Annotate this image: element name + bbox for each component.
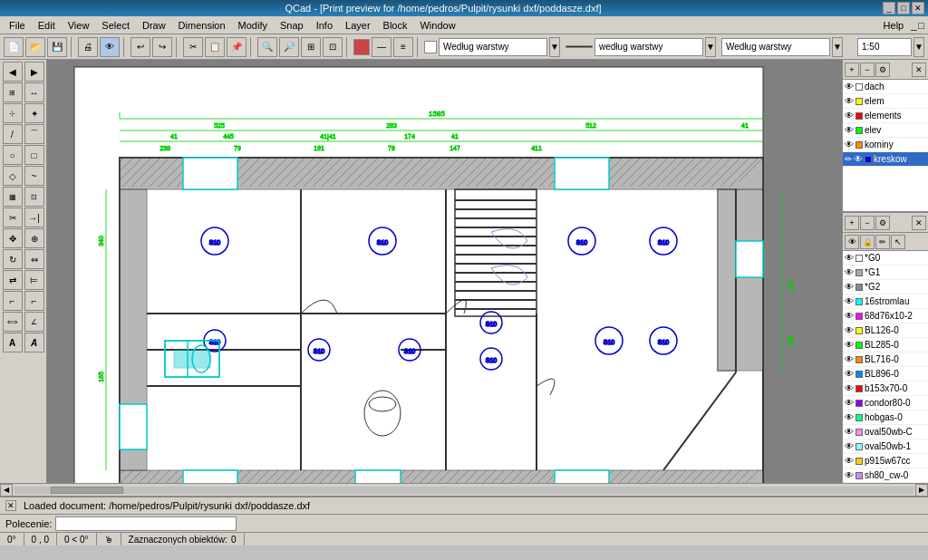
layer-item-sh80[interactable]: 👁 sh80_cw-0 [843, 468, 928, 483]
hatch-button[interactable]: ▦ [3, 187, 23, 207]
layer-item-dach[interactable]: 👁 dach [843, 80, 928, 94]
line-type-button[interactable]: — [372, 37, 392, 57]
mirror-button[interactable]: ⇄ [3, 270, 23, 290]
trim-button[interactable]: ✂ [3, 208, 23, 227]
scroll-track[interactable] [14, 487, 914, 494]
layer-item-condor[interactable]: 👁 condor80-0 [843, 396, 928, 410]
maximize-button[interactable]: □ [897, 2, 910, 14]
layer-pen-button[interactable]: ✏ [875, 235, 890, 249]
close-button[interactable]: ✕ [912, 2, 924, 14]
chamfer-button[interactable]: ⌐ [24, 291, 44, 311]
zoom-out-button[interactable]: 🔎 [279, 37, 299, 57]
menu-window[interactable]: Window [414, 18, 460, 33]
canvas-area[interactable]: 1585 525 283 512 41 41 445 41|41 174 41 … [47, 60, 842, 483]
layer-item-elements[interactable]: 👁 elements [843, 109, 928, 123]
layer-item-bl896[interactable]: 👁 BL896-0 [843, 367, 928, 381]
line-width-button[interactable]: ≡ [393, 37, 413, 57]
scroll-left-button[interactable]: ◀ [0, 484, 13, 497]
scroll-thumb[interactable] [51, 487, 123, 494]
zoom-in-button[interactable]: 🔍 [257, 37, 277, 57]
layer-item-g0[interactable]: 👁 *G0 [843, 251, 928, 266]
paste-button[interactable]: 📌 [227, 37, 246, 57]
layer-cursor-button[interactable]: ↖ [891, 235, 905, 249]
menu-help[interactable]: Help [878, 18, 910, 33]
zoom-fit-button[interactable]: ⊞ [301, 37, 321, 57]
help-min-button[interactable]: _ [911, 20, 916, 31]
menu-view[interactable]: View [63, 18, 95, 33]
copy-button[interactable]: 📋 [205, 37, 225, 57]
menu-file[interactable]: File [4, 18, 31, 33]
menu-dimension[interactable]: Dimension [173, 18, 231, 33]
text-button[interactable]: A [3, 333, 23, 352]
layer-item-kominy[interactable]: 👁 kominy [843, 138, 928, 152]
snap-grid-button[interactable]: ⊹ [3, 103, 23, 123]
menu-edit[interactable]: Edit [33, 18, 61, 33]
print-button[interactable]: 🖨 [78, 37, 98, 57]
draw-line-button[interactable]: / [3, 124, 23, 144]
dropdown-arrow2[interactable]: ▼ [705, 37, 716, 57]
save-button[interactable]: 💾 [47, 37, 67, 57]
layer-remove-button-b[interactable]: − [860, 216, 875, 230]
layer-item-b153[interactable]: 👁 b153x70-0 [843, 381, 928, 396]
layer-item-16strom[interactable]: 👁 16stromlau [843, 294, 928, 309]
draw-rect-button[interactable]: □ [24, 145, 44, 165]
layer-linetype-dropdown[interactable]: według warstwy [594, 38, 703, 56]
undo-button[interactable]: ↩ [130, 37, 150, 57]
layer-list-bottom[interactable]: 👁 *G0 👁 *G1 👁 *G2 👁 16stroml [843, 251, 928, 483]
offset-button[interactable]: ⊨ [24, 270, 44, 290]
zoom-select-button[interactable]: ⊡ [323, 37, 343, 57]
layer-item-g2[interactable]: 👁 *G2 [843, 280, 928, 294]
dropdown-arrow3[interactable]: ▼ [832, 37, 843, 57]
block-button[interactable]: ⊡ [24, 187, 44, 207]
draw-spline-button[interactable]: ~ [24, 166, 44, 186]
scale-dropdown-arrow[interactable]: ▼ [914, 37, 924, 57]
layer-add-button-b[interactable]: + [845, 216, 859, 230]
layer-panel-b-close-button[interactable]: ✕ [912, 216, 926, 230]
extend-button[interactable]: →| [24, 208, 44, 227]
help-max-button[interactable]: □ [918, 20, 924, 31]
layer-item-bl285[interactable]: 👁 BL285-0 [843, 338, 928, 352]
layer-item-bl126[interactable]: 👁 BL126-0 [843, 323, 928, 338]
zoom-pan-button[interactable]: ↔ [24, 82, 44, 102]
layer-filter-button[interactable]: 👁 [845, 235, 859, 249]
layer-item-kreskow[interactable]: ✏ 👁 kreskow [843, 152, 928, 167]
layer-list-top[interactable]: 👁 dach 👁 elem 👁 elements 👁 e [843, 80, 928, 211]
dim-angular-button[interactable]: ∠ [24, 312, 44, 332]
scroll-right-button[interactable]: ▶ [915, 484, 928, 497]
layer-color-dropdown[interactable]: Według warstwy [439, 38, 547, 56]
menu-draw[interactable]: Draw [137, 18, 171, 33]
layer-settings-button[interactable]: ⚙ [875, 63, 890, 77]
scale-button[interactable]: ⇔ [24, 249, 44, 269]
color-button[interactable] [353, 39, 370, 55]
layer-item-hobgas[interactable]: 👁 hobgas-0 [843, 410, 928, 425]
layer-remove-button[interactable]: − [860, 63, 875, 77]
scale-input[interactable]: 1:50 [857, 38, 912, 56]
dropdown-arrow1[interactable]: ▼ [549, 37, 560, 57]
menu-snap[interactable]: Snap [275, 18, 309, 33]
layer-panel-close-button[interactable]: ✕ [912, 63, 926, 77]
copy-entity-button[interactable]: ⊕ [24, 228, 44, 248]
snap-point-button[interactable]: ✦ [24, 103, 44, 123]
layer-item-elem[interactable]: 👁 elem [843, 94, 928, 109]
h-scrollbar[interactable]: ◀ ▶ [0, 483, 928, 496]
rotate-button[interactable]: ↻ [3, 249, 23, 269]
command-input[interactable] [55, 517, 237, 531]
layer-settings-button-b[interactable]: ⚙ [875, 216, 890, 230]
draw-arc-button[interactable]: ⌒ [24, 124, 44, 144]
nav-forward-button[interactable]: ▶ [24, 62, 44, 82]
layer-checkbox[interactable] [424, 41, 437, 53]
redo-button[interactable]: ↪ [152, 37, 172, 57]
text-style-button[interactable]: A [24, 333, 44, 352]
layer-item-bl716[interactable]: 👁 BL716-0 [843, 352, 928, 367]
minimize-button[interactable]: _ [883, 2, 895, 14]
layer-item-oval50-1[interactable]: 👁 oval50wb-1 [843, 439, 928, 454]
menu-info[interactable]: Info [311, 18, 338, 33]
nav-back-button[interactable]: ◀ [3, 62, 23, 82]
zoom-window-button[interactable]: ⊞ [3, 82, 23, 102]
new-button[interactable]: 📄 [4, 37, 24, 57]
layer-add-button[interactable]: + [845, 63, 859, 77]
menu-select[interactable]: Select [96, 18, 135, 33]
status-close-button[interactable]: ✕ [5, 500, 16, 511]
print-preview-button[interactable]: 👁 [100, 37, 120, 57]
layer-linewidth-dropdown[interactable]: Według warstwy [721, 38, 830, 56]
